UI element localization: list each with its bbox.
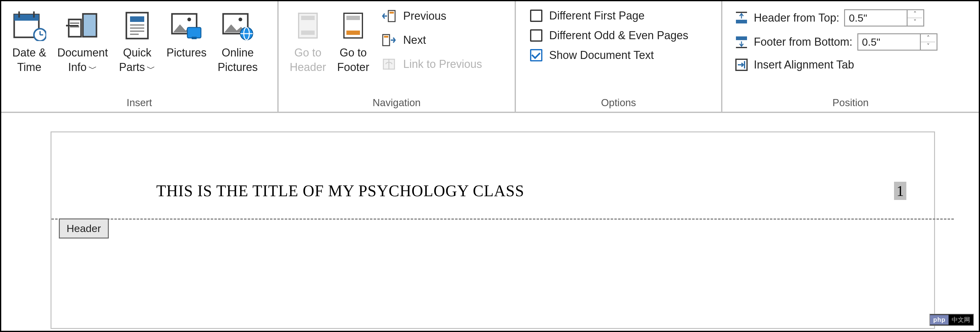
date-time-button[interactable]: Date & Time (7, 6, 52, 86)
different-first-page-checkbox[interactable]: Different First Page (530, 9, 689, 22)
show-document-text-checkbox[interactable]: Show Document Text (530, 49, 689, 62)
header-tab-label: Header (59, 219, 109, 238)
svg-rect-8 (83, 14, 97, 37)
header-zone[interactable]: THIS IS THE TITLE OF MY PSYCHOLOGY CLASS… (51, 132, 934, 219)
spinner-up-icon[interactable]: ˄ (908, 10, 922, 18)
go-to-header-icon (296, 9, 320, 43)
header-from-top-spinner[interactable]: ˄˅ (844, 9, 924, 27)
quick-parts-label: Quick Parts﹀ (119, 46, 155, 75)
svg-rect-7 (69, 19, 81, 37)
spinner-up-icon[interactable]: ˄ (921, 34, 935, 42)
svg-rect-1 (14, 14, 39, 21)
link-to-previous-button: Link to Previous (380, 54, 485, 74)
spinner-down-icon[interactable]: ˅ (921, 42, 935, 49)
chevron-down-icon: ﹀ (88, 64, 97, 73)
svg-rect-28 (301, 16, 315, 20)
show-document-text-label: Show Document Text (549, 49, 654, 62)
svg-rect-36 (384, 36, 388, 38)
checkbox-icon (530, 10, 542, 22)
different-odd-even-checkbox[interactable]: Different Odd & Even Pages (530, 29, 689, 42)
insert-alignment-tab-label: Insert Alignment Tab (754, 58, 854, 71)
group-label-position: Position (728, 94, 973, 112)
header-from-top-label: Header from Top: (754, 11, 839, 24)
document-info-button[interactable]: Document Info﹀ (52, 6, 113, 86)
previous-icon (380, 7, 398, 25)
checkbox-icon (530, 29, 542, 42)
go-to-footer-button[interactable]: Go to Footer (332, 6, 375, 86)
previous-label: Previous (403, 10, 446, 22)
online-pictures-icon (221, 9, 255, 43)
online-pictures-button[interactable]: Online Pictures (212, 6, 263, 86)
chevron-down-icon: ﹀ (147, 64, 155, 73)
online-pictures-label: Online Pictures (218, 46, 258, 75)
next-icon (380, 32, 398, 49)
go-to-header-button: Go to Header (284, 6, 332, 86)
header-title-text[interactable]: THIS IS THE TITLE OF MY PSYCHOLOGY CLASS (156, 182, 524, 200)
svg-rect-29 (301, 30, 315, 35)
link-icon (380, 56, 398, 73)
watermark-badge: php 中文网 (929, 314, 974, 326)
svg-rect-41 (736, 37, 747, 40)
footer-from-bottom-row: Footer from Bottom: ˄˅ (734, 34, 937, 51)
footer-from-bottom-input[interactable] (858, 34, 920, 49)
group-label-options: Options (522, 94, 716, 112)
go-to-footer-label: Go to Footer (337, 46, 369, 75)
svg-rect-21 (192, 37, 197, 39)
group-options: Different First Page Different Odd & Eve… (516, 1, 722, 112)
ribbon: Date & Time Document Info﹀ (1, 1, 979, 113)
document-info-label: Document Info﹀ (57, 46, 108, 75)
go-to-footer-icon (341, 9, 366, 43)
svg-rect-13 (130, 16, 144, 22)
link-to-previous-label: Link to Previous (403, 58, 482, 71)
checkbox-checked-icon (530, 49, 542, 61)
date-time-label: Date & Time (12, 46, 46, 75)
footer-from-bottom-label: Footer from Bottom: (754, 35, 853, 48)
calendar-clock-icon (12, 9, 46, 43)
svg-rect-39 (736, 20, 747, 24)
previous-button[interactable]: Previous (380, 6, 485, 26)
group-position: Header from Top: ˄˅ Footer from (722, 1, 979, 112)
badge-left: php (930, 315, 948, 325)
footer-from-bottom-spinner[interactable]: ˄˅ (858, 34, 937, 51)
header-divider: Header (51, 219, 954, 220)
svg-point-23 (239, 18, 242, 21)
page[interactable]: THIS IS THE TITLE OF MY PSYCHOLOGY CLASS… (51, 131, 935, 329)
quick-parts-icon (123, 9, 151, 43)
quick-parts-button[interactable]: Quick Parts﹀ (113, 6, 161, 86)
group-insert: Date & Time Document Info﹀ (1, 1, 278, 112)
document-area: THIS IS THE TITLE OF MY PSYCHOLOGY CLASS… (1, 113, 979, 329)
next-button[interactable]: Next (380, 30, 485, 50)
pictures-icon (170, 9, 204, 43)
svg-rect-31 (347, 16, 360, 20)
pictures-label: Pictures (166, 46, 207, 60)
document-info-icon (66, 9, 100, 43)
group-navigation: Go to Header Go to Footer (278, 1, 516, 112)
svg-point-11 (66, 25, 68, 27)
spinner-down-icon[interactable]: ˅ (908, 18, 922, 26)
header-from-top-input[interactable] (845, 10, 907, 26)
svg-point-19 (188, 18, 191, 21)
go-to-header-label: Go to Header (290, 46, 326, 75)
pictures-button[interactable]: Pictures (161, 6, 212, 86)
page-number[interactable]: 1 (894, 182, 906, 200)
next-label: Next (403, 34, 426, 46)
group-label-insert: Insert (7, 94, 272, 112)
different-first-page-label: Different First Page (549, 9, 644, 22)
group-label-navigation: Navigation (284, 94, 509, 112)
header-from-top-row: Header from Top: ˄˅ (734, 9, 937, 27)
svg-rect-32 (347, 30, 360, 35)
different-odd-even-label: Different Odd & Even Pages (549, 29, 689, 42)
svg-rect-20 (188, 27, 201, 38)
footer-bottom-icon (734, 35, 749, 49)
nav-item-list: Previous Next (375, 6, 485, 74)
badge-right: 中文网 (948, 314, 973, 325)
header-top-icon (734, 11, 749, 25)
svg-rect-34 (390, 12, 394, 14)
alignment-tab-icon (734, 57, 749, 72)
insert-alignment-tab-button[interactable]: Insert Alignment Tab (734, 57, 937, 72)
